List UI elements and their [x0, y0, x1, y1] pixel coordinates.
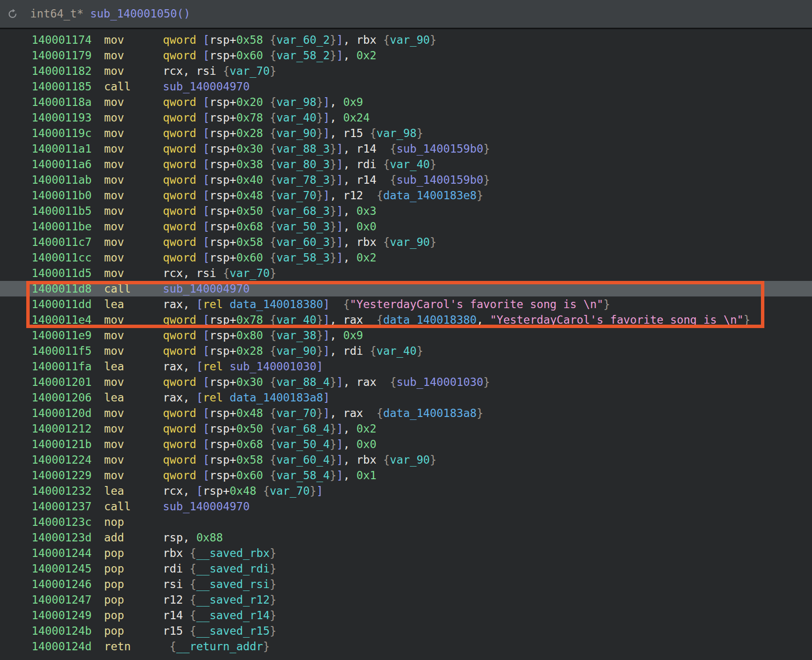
disasm-row[interactable]: 1400011e4movqword [rsp+0x78 {var_40}], r… — [0, 312, 812, 328]
asm-token-kw: rel — [203, 298, 223, 311]
disasm-row[interactable]: 1400011a6movqword [rsp+0x38 {var_80_3}],… — [0, 156, 812, 172]
asm-token-plain — [256, 485, 263, 497]
disasm-row[interactable]: 14000124dretn {__return_addr} — [0, 639, 812, 654]
asm-token-brace: } — [270, 593, 277, 606]
asm-token-var: __return_addr — [176, 640, 263, 653]
asm-token-plain: rsp+ — [210, 313, 236, 326]
asm-token-brace: { — [343, 298, 350, 311]
asm-token-var: var_40 — [276, 313, 316, 326]
asm-token-brace: } — [330, 469, 336, 482]
disasm-row[interactable]: 14000118amovqword [rsp+0x20 {var_98}], 0… — [0, 94, 812, 110]
asm-token-num: 0x48 — [236, 407, 263, 419]
asm-token-kw: qword — [163, 142, 196, 155]
disasm-row[interactable]: 14000124bpopr15 {__saved_r15} — [0, 623, 812, 639]
asm-token-plain: r15 — [163, 625, 190, 637]
disasm-row[interactable]: 1400011d8callsub_140004970 — [0, 281, 812, 296]
disasm-row[interactable]: 140001244poprbx {__saved_rbx} — [0, 545, 812, 561]
disasm-row[interactable]: 14000123daddrsp, 0x88 — [0, 530, 812, 545]
asm-token-plain — [196, 174, 203, 186]
disasm-row[interactable]: 140001212movqword [rsp+0x50 {var_68_4}],… — [0, 421, 812, 436]
asm-token-bracket: ] — [336, 142, 343, 155]
disasm-row[interactable]: 140001201movqword [rsp+0x30 {var_88_4}],… — [0, 374, 812, 390]
asm-token-num: 0x58 — [236, 453, 263, 466]
reanalyze-circular-arrow-icon[interactable] — [7, 8, 18, 20]
instruction-operands: r14 {__saved_r14} — [163, 608, 276, 623]
instruction-operands: qword [rsp+0x60 {var_58_2}], 0x2 — [163, 48, 376, 63]
asm-token-num: 0x0 — [356, 438, 376, 451]
disasm-row[interactable]: 1400011ddlearax, [rel data_140018380] {"… — [0, 296, 812, 312]
asm-token-plain: rsi — [163, 578, 190, 591]
disasm-row[interactable]: 1400011bemovqword [rsp+0x68 {var_50_3}],… — [0, 219, 812, 234]
asm-token-plain — [196, 313, 203, 326]
asm-token-brace: } — [270, 562, 277, 575]
asm-token-brace: { — [270, 236, 277, 248]
disasm-row[interactable]: 14000120dmovqword [rsp+0x48 {var_70}], r… — [0, 405, 812, 421]
asm-token-plain — [263, 96, 270, 108]
asm-token-bracket: ] — [336, 34, 343, 46]
disasm-row[interactable]: 140001245poprdi {__saved_rdi} — [0, 561, 812, 576]
asm-token-num: 0x2 — [356, 49, 376, 62]
disasm-row[interactable]: 140001237callsub_140004970 — [0, 499, 812, 514]
disasm-row[interactable]: 140001206learax, [rel data_1400183a8] — [0, 390, 812, 405]
asm-token-var: var_88_3 — [276, 142, 330, 155]
asm-token-brace: } — [330, 251, 336, 264]
disasm-row[interactable]: 140001174movqword [rsp+0x58 {var_60_2}],… — [0, 32, 812, 48]
disasm-row[interactable]: 1400011f5movqword [rsp+0x28 {var_90}], r… — [0, 343, 812, 359]
disasm-row[interactable]: 14000119cmovqword [rsp+0x28 {var_90}], r… — [0, 125, 812, 141]
asm-token-plain — [263, 174, 270, 186]
asm-token-plain — [263, 251, 270, 264]
disasm-row[interactable]: 1400011b0movqword [rsp+0x48 {var_70}], r… — [0, 188, 812, 203]
asm-token-num: 0x88 — [196, 531, 223, 544]
disasm-row[interactable]: 1400011abmovqword [rsp+0x40 {var_78_3}],… — [0, 172, 812, 188]
asm-token-brace: { — [263, 485, 270, 497]
asm-token-func: sub_140001030 — [229, 360, 316, 373]
asm-token-plain — [196, 251, 203, 264]
asm-token-brace: { — [270, 174, 277, 186]
asm-token-var: var_38 — [276, 329, 316, 342]
disasm-row[interactable]: 140001247popr12 {__saved_r12} — [0, 592, 812, 608]
instruction-address: 1400011d8 — [32, 281, 92, 296]
asm-token-plain — [196, 407, 203, 419]
disasm-row[interactable]: 140001182movrcx, rsi {var_70} — [0, 63, 812, 79]
instruction-mnemonic: call — [104, 499, 131, 514]
disasm-row[interactable]: 1400011e9movqword [rsp+0x80 {var_38}], 0… — [0, 328, 812, 343]
instruction-address: 140001206 — [32, 390, 92, 405]
asm-token-brace: } — [330, 174, 336, 186]
asm-token-plain — [196, 469, 203, 482]
asm-token-plain: rsp+ — [210, 407, 236, 419]
disasm-row[interactable]: 140001224movqword [rsp+0x58 {var_60_4}],… — [0, 452, 812, 468]
disasm-row[interactable]: 140001229movqword [rsp+0x60 {var_58_4}],… — [0, 468, 812, 483]
asm-token-plain: rsp+ — [210, 34, 236, 46]
asm-token-func: sub_1400159b0 — [396, 174, 483, 186]
asm-token-bracket: ] — [317, 485, 323, 497]
instruction-address: 140001244 — [32, 545, 92, 561]
instruction-address: 14000124b — [32, 623, 92, 639]
asm-token-plain: rsp+ — [210, 96, 236, 108]
disasm-row[interactable]: 140001249popr14 {__saved_r14} — [0, 608, 812, 623]
disasm-row[interactable]: 140001179movqword [rsp+0x60 {var_58_2}],… — [0, 48, 812, 63]
disasm-row[interactable]: 140001232learcx, [rsp+0x48 {var_70}] — [0, 483, 812, 499]
instruction-mnemonic: mov — [104, 234, 124, 250]
asm-token-plain: , r15 — [330, 127, 370, 139]
disasm-row[interactable]: 1400011a1movqword [rsp+0x30 {var_88_3}],… — [0, 141, 812, 156]
instruction-mnemonic: mov — [104, 328, 124, 343]
disasm-row[interactable]: 140001246poprsi {__saved_rsi} — [0, 576, 812, 592]
disasm-row[interactable]: 14000123cnop — [0, 514, 812, 530]
disasm-row[interactable]: 1400011c7movqword [rsp+0x58 {var_60_3}],… — [0, 234, 812, 250]
instruction-operands: qword [rsp+0x38 {var_80_3}], rdi {var_40… — [163, 156, 437, 172]
disasm-row[interactable]: 140001185callsub_140004970 — [0, 79, 812, 94]
disasm-row[interactable]: 1400011falearax, [rel sub_140001030] — [0, 359, 812, 374]
asm-token-var: var_40 — [376, 345, 416, 357]
asm-token-bracket: [ — [196, 485, 203, 497]
asm-token-plain: , — [343, 251, 356, 264]
asm-token-kw: qword — [163, 205, 196, 217]
disasm-row[interactable]: 1400011b5movqword [rsp+0x50 {var_68_3}],… — [0, 203, 812, 219]
disasm-row[interactable]: 1400011d5movrcx, rsi {var_70} — [0, 265, 812, 281]
instruction-operands: r15 {__saved_r15} — [163, 623, 276, 639]
disasm-row[interactable]: 1400011ccmovqword [rsp+0x60 {var_58_3}],… — [0, 250, 812, 265]
instruction-address: 140001232 — [32, 483, 92, 499]
asm-token-bracket: [ — [203, 376, 210, 388]
disasm-row[interactable]: 140001193movqword [rsp+0x78 {var_40}], 0… — [0, 110, 812, 125]
asm-token-num: 0x2 — [356, 251, 376, 264]
disasm-row[interactable]: 14000121bmovqword [rsp+0x68 {var_50_4}],… — [0, 436, 812, 452]
